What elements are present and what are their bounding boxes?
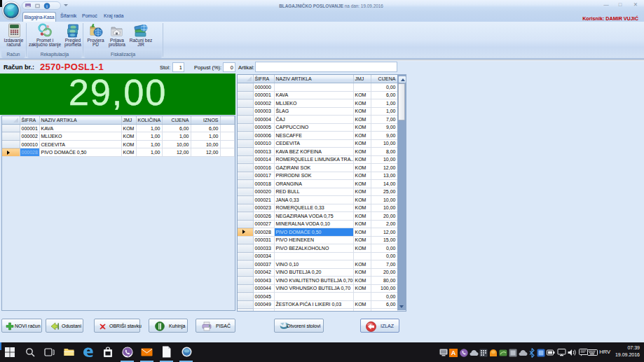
svg-text:i: i <box>46 4 48 8</box>
